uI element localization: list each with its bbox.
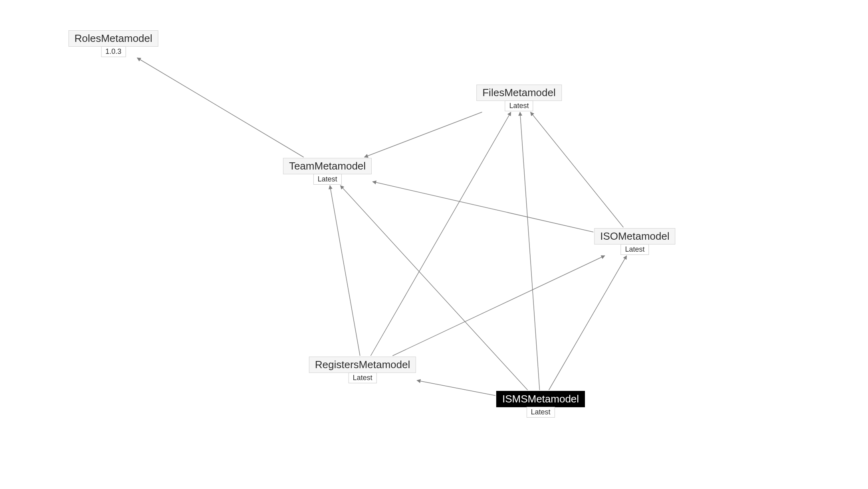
edge-isms-to-files xyxy=(520,112,539,390)
node-iso-metamodel[interactable]: ISOMetamodel Latest xyxy=(594,228,675,255)
node-registers-metamodel[interactable]: RegistersMetamodel Latest xyxy=(309,357,416,383)
edge-registers-to-team xyxy=(330,185,360,356)
edge-registers-to-files xyxy=(371,112,511,356)
node-title: RegistersMetamodel xyxy=(309,357,416,373)
node-title: ISMSMetamodel xyxy=(496,391,585,407)
edge-registers-to-iso xyxy=(392,256,605,356)
edge-files-to-team xyxy=(365,112,482,157)
node-version-badge: Latest xyxy=(348,373,377,383)
edge-iso-to-files xyxy=(531,112,624,227)
node-version-badge: Latest xyxy=(313,174,341,185)
edge-iso-to-team xyxy=(373,181,593,232)
node-title: FilesMetamodel xyxy=(476,85,562,101)
node-title: RolesMetamodel xyxy=(68,30,158,47)
node-title: ISOMetamodel xyxy=(594,228,675,244)
node-files-metamodel[interactable]: FilesMetamodel Latest xyxy=(476,85,562,111)
node-isms-metamodel[interactable]: ISMSMetamodel Latest xyxy=(496,391,585,418)
edge-isms-to-iso xyxy=(549,256,627,390)
node-version-badge: Latest xyxy=(620,244,649,255)
node-version-badge: 1.0.3 xyxy=(101,46,126,57)
node-roles-metamodel[interactable]: RolesMetamodel 1.0.3 xyxy=(68,30,158,57)
node-team-metamodel[interactable]: TeamMetamodel Latest xyxy=(283,158,372,185)
edge-team-to-roles xyxy=(137,58,303,157)
diagram-canvas[interactable]: RolesMetamodel 1.0.3 FilesMetamodel Late… xyxy=(0,0,868,489)
node-version-badge: Latest xyxy=(526,407,555,418)
edges-layer xyxy=(0,0,868,489)
node-title: TeamMetamodel xyxy=(283,158,372,174)
edge-isms-to-registers xyxy=(417,381,495,396)
node-version-badge: Latest xyxy=(505,101,533,111)
